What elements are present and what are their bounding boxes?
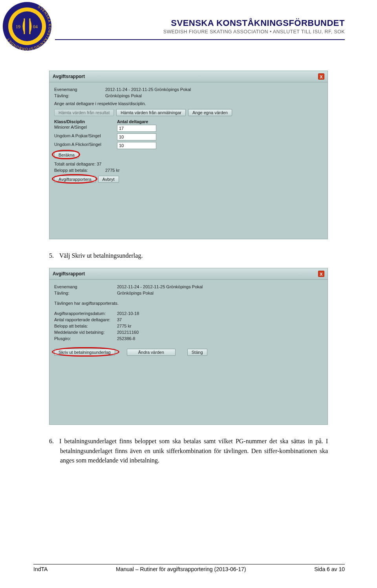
footer-center: Manual – Rutiner för avgiftsrapportering… <box>116 566 246 572</box>
deltagare-value: 37 <box>117 317 122 322</box>
datum-label: Avgiftsrapporteringsdatum: <box>54 311 117 316</box>
page-footer: IndTA Manual – Rutiner för avgiftsrappor… <box>33 564 345 572</box>
col-antal-header: Antal deltagare <box>117 119 148 124</box>
evenemang-value: 2012-11-24 - 2012-11-25 Grönköpings Poka… <box>105 87 191 92</box>
hamta-resultat-button[interactable]: Hämta värden från resultat <box>54 109 114 116</box>
svg-text:04: 04 <box>33 24 38 29</box>
footer-rule <box>33 564 345 564</box>
totalt-label: Totalt antal deltagare: <box>54 162 95 166</box>
header-subtitle: SWEDISH FIGURE SKATING ASSOCIATION • ANS… <box>163 29 345 35</box>
deltagare-label: Antal rapporterade deltagare: <box>54 317 117 322</box>
avbryt-button[interactable]: Avbryt <box>98 176 119 183</box>
footer-left: IndTA <box>33 566 48 572</box>
belopp-value: 2775 kr <box>117 324 132 328</box>
evenemang-label: Evenemang <box>54 87 105 92</box>
skriv-ut-button[interactable]: Skriv ut betalningsunderlag <box>54 349 115 356</box>
close-icon[interactable]: X <box>318 73 324 80</box>
table-row: Ungdom A Pojkar/Singel <box>54 133 323 141</box>
totalt-value: 37 <box>97 162 101 166</box>
table-row: Ungdom A Flickor/Singel <box>54 141 323 150</box>
tavling-label: Tävling: <box>54 291 117 295</box>
avgiftsrapport-panel-2: Avgiftsrapport X Evenemang 2012-11-24 - … <box>49 268 328 425</box>
belopp-label: Belopp att betala: <box>54 168 105 173</box>
hamta-anmalningar-button[interactable]: Hämta värden från anmälningar <box>116 109 186 116</box>
footer-right: Sida 6 av 10 <box>314 566 345 572</box>
klass-cell: Ungdom A Pojkar/Singel <box>54 133 117 140</box>
step-5-text: 5.Välj Skriv ut betalningsunderlag. <box>49 251 328 261</box>
plusgiro-value: 252386-8 <box>117 336 135 341</box>
antal-input[interactable] <box>117 125 156 132</box>
plusgiro-label: Plusgiro: <box>54 336 117 341</box>
tavling-value: Grönköpings Pokal <box>117 291 154 295</box>
panel-title: Avgiftsrapport <box>53 74 85 79</box>
meddelande-value: 201211160 <box>117 330 139 335</box>
table-row: Miniorer A/Singel <box>54 124 323 133</box>
evenemang-label: Evenemang <box>54 284 117 289</box>
status-text: Tävlingen har avgiftsrapporterats. <box>54 301 119 306</box>
instruction-text: Ange antal deltagare i respektive klass/… <box>54 101 146 106</box>
egna-varden-button[interactable]: Ange egna värden <box>188 109 232 116</box>
belopp-label: Belopp att betala: <box>54 324 117 328</box>
klass-cell: Ungdom A Flickor/Singel <box>54 142 117 149</box>
klass-cell: Miniorer A/Singel <box>54 125 117 132</box>
col-klass-header: Klass/Disciplin <box>54 119 117 124</box>
antal-input[interactable] <box>117 133 156 140</box>
avgiftsrapport-panel-1: Avgiftsrapport X Evenemang 2012-11-24 - … <box>49 71 328 239</box>
tavling-label: Tävling: <box>54 93 105 98</box>
page-header: 19 04 SVENSKA KONSTÅKNINGSFÖRBUNDET SVEN… <box>0 0 377 47</box>
antal-input[interactable] <box>117 142 156 149</box>
federation-logo-icon: 19 04 SVENSKA KONSTÅKNINGSFÖRBUNDET <box>2 1 53 52</box>
step-6-text: 6.I betalningsunderlaget finns beloppet … <box>49 437 328 466</box>
berakna-button[interactable]: Beräkna <box>54 151 79 158</box>
panel-header: Avgiftsrapport X <box>49 268 328 280</box>
datum-value: 2012-10-18 <box>117 311 139 316</box>
evenemang-value: 2012-11-24 - 2012-11-25 Grönköpings Poka… <box>117 284 203 289</box>
svg-text:19: 19 <box>16 24 20 29</box>
stang-button[interactable]: Stäng <box>187 349 207 356</box>
avgiftsrapportera-button[interactable]: Avgiftsrapportera <box>54 176 96 183</box>
panel-header: Avgiftsrapport X <box>49 71 328 82</box>
header-title: SVENSKA KONSTÅKNINGSFÖRBUNDET <box>163 18 345 28</box>
header-rule <box>55 39 345 40</box>
close-icon[interactable]: X <box>318 271 324 277</box>
meddelande-label: Meddelande vid betalning: <box>54 330 117 335</box>
belopp-value: 2775 kr <box>105 168 120 173</box>
andra-varden-button[interactable]: Ändra värden <box>127 349 176 356</box>
panel-title: Avgiftsrapport <box>53 271 85 277</box>
tavling-value: Grönköpings Pokal <box>105 93 142 98</box>
